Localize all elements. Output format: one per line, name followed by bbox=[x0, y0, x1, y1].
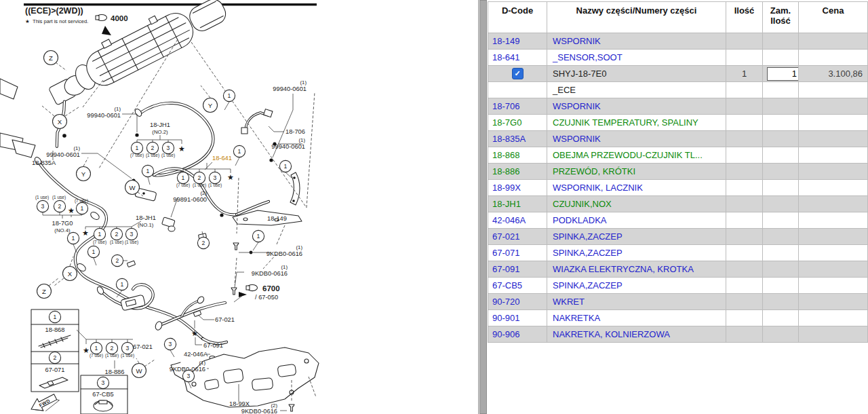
dcode-cell[interactable]: 18-JH1 bbox=[488, 196, 547, 212]
part-code-label[interactable]: 99891-0600 bbox=[173, 196, 207, 203]
callout-3: 3 bbox=[121, 342, 133, 354]
diagram-label: (7 use) bbox=[93, 240, 106, 245]
svg-text:X: X bbox=[68, 270, 73, 278]
part-code-label[interactable]: 67-CB5 bbox=[92, 391, 114, 398]
part-code-label[interactable]: 18-7G0 bbox=[52, 220, 73, 227]
dcode-cell[interactable]: 90-901 bbox=[488, 310, 547, 326]
price-cell bbox=[799, 326, 868, 343]
part-code-label[interactable]: 9KDB0-0616 bbox=[267, 250, 302, 257]
part-code-label[interactable]: 9KDB0-0616 bbox=[252, 270, 288, 277]
clamp-icon bbox=[246, 284, 258, 290]
price-cell bbox=[799, 115, 868, 131]
part-code-label[interactable]: 9KDB0-0616 bbox=[241, 408, 277, 414]
part-code-label[interactable]: 18-868 bbox=[45, 326, 65, 333]
part-code-label[interactable]: 18-JH1 bbox=[150, 121, 170, 128]
table-row: 18-706WSPORNIK bbox=[488, 98, 868, 115]
qty-cell bbox=[726, 261, 763, 278]
svg-text:3: 3 bbox=[126, 345, 130, 352]
dcode-cell[interactable]: 18-641 bbox=[488, 50, 547, 66]
part-code-label[interactable]: 67-021 bbox=[133, 343, 153, 350]
part-name-cell[interactable]: SPINKA,ZACZEP bbox=[547, 245, 726, 261]
dcode-cell[interactable]: 18-886 bbox=[488, 164, 547, 180]
part-code-label[interactable]: 67-071 bbox=[45, 366, 65, 373]
part-name-cell[interactable]: WSPORNIK bbox=[547, 98, 726, 115]
part-name-cell[interactable]: OBEJMA PRZEWODU-CZUJNIK TL... bbox=[547, 147, 726, 164]
order-qty-cell bbox=[763, 180, 799, 196]
price-cell bbox=[799, 33, 868, 50]
svg-text:3: 3 bbox=[169, 341, 172, 347]
order-qty-cell bbox=[763, 164, 799, 180]
diagram-label: (1 use) bbox=[52, 195, 66, 200]
dcode-cell[interactable]: 18-7G0 bbox=[488, 115, 547, 131]
part-code-label[interactable]: 18-886 bbox=[105, 369, 125, 375]
dcode-cell[interactable]: 90-720 bbox=[488, 294, 547, 310]
part-name-cell[interactable]: WIAZKA ELEKTRYCZNA, KROTKA bbox=[547, 261, 726, 278]
part-code-label[interactable]: 18-99X bbox=[229, 400, 250, 407]
part-code-label[interactable]: 99940-0601 bbox=[46, 151, 80, 158]
part-name-cell[interactable]: PRZEWÓD, KRÓTKI bbox=[547, 164, 726, 180]
dcode-cell[interactable]: 18-99X bbox=[488, 180, 547, 196]
qty-cell bbox=[726, 196, 763, 212]
pane-scrollbar-thumb[interactable] bbox=[479, 0, 487, 414]
order-qty-input[interactable] bbox=[767, 67, 799, 81]
part-code-label[interactable]: 6700 bbox=[262, 284, 280, 293]
part-name-cell[interactable]: CZUJNIK,NOX bbox=[547, 196, 726, 212]
price-cell bbox=[799, 278, 868, 294]
dcode-cell[interactable]: 42-046A bbox=[488, 212, 547, 229]
part-name-cell[interactable]: NAKRETKA bbox=[547, 310, 726, 326]
part-code-label[interactable]: 99940-0601 bbox=[271, 143, 305, 150]
qty-cell: 1 bbox=[726, 66, 763, 82]
part-code-label[interactable]: 42-046A bbox=[184, 351, 208, 358]
dcode-cell[interactable]: 67-091 bbox=[488, 261, 547, 278]
part-code-label[interactable]: 99940-0601 bbox=[87, 112, 121, 119]
dcode-cell[interactable]: 90-906 bbox=[488, 326, 547, 343]
table-row: 18-886PRZEWÓD, KRÓTKI bbox=[488, 164, 868, 180]
part-code-label[interactable]: 67-021 bbox=[215, 316, 235, 323]
dcode-cell[interactable]: 67-021 bbox=[488, 229, 547, 245]
dcode-cell[interactable]: 18-868 bbox=[488, 147, 547, 164]
table-row: 90-906NAKRETKA, KOLNIERZOWA bbox=[488, 326, 868, 343]
dcode-cell[interactable]: 67-CB5 bbox=[488, 278, 547, 294]
part-name-cell: SHYJ-18-7E0 bbox=[547, 66, 726, 82]
part-code-label[interactable]: 18-706 bbox=[285, 128, 305, 135]
part-name-cell[interactable]: WKRET bbox=[547, 294, 726, 310]
part-code-label[interactable]: 99940-0601 bbox=[273, 86, 307, 92]
not-serviced-star-icon: ★ bbox=[227, 173, 234, 181]
harness-pipes bbox=[39, 103, 269, 343]
callout-3: 3 bbox=[182, 370, 194, 381]
diagram-label: (1) bbox=[281, 264, 288, 270]
part-code-label[interactable]: 18-JH1 bbox=[136, 214, 156, 221]
table-row: 18-835AWSPORNIK bbox=[488, 131, 868, 147]
qty-cell bbox=[726, 229, 763, 245]
row-checkbox[interactable]: ✓ bbox=[512, 68, 524, 79]
part-name-cell[interactable]: _SENSOR,SOOT bbox=[547, 50, 726, 66]
part-code-label[interactable]: 18-641 bbox=[212, 155, 232, 162]
part-name-cell[interactable]: CZUJNIK TEMPERATURY, SPALINY bbox=[547, 115, 726, 131]
parts-table-pane: D-Code Nazwy części/Numery części Ilość … bbox=[488, 0, 868, 414]
dcode-cell[interactable]: 67-071 bbox=[488, 245, 547, 261]
part-name-cell[interactable]: PODKLADKA bbox=[547, 212, 726, 229]
part-code-label[interactable]: 67-091 bbox=[203, 342, 223, 349]
diagram-label: (1) bbox=[114, 106, 121, 112]
order-qty-cell bbox=[763, 326, 799, 343]
part-name-cell[interactable]: NAKRETKA, KOLNIERZOWA bbox=[547, 326, 726, 343]
dcode-cell[interactable]: 18-149 bbox=[488, 33, 547, 50]
part-name-cell[interactable]: SPINKA,ZACZEP bbox=[547, 278, 726, 294]
part-code-label[interactable]: 4000 bbox=[111, 14, 128, 22]
table-row: 18-641_SENSOR,SOOT bbox=[488, 50, 868, 66]
svg-text:1: 1 bbox=[95, 345, 98, 352]
part-code-label[interactable]: 18-149 bbox=[267, 215, 287, 222]
svg-text:1: 1 bbox=[182, 174, 185, 181]
part-name-cell[interactable]: SPINKA,ZACZEP bbox=[547, 229, 726, 245]
svg-text:3: 3 bbox=[130, 231, 134, 238]
part-name-cell[interactable]: WSPORNIK bbox=[547, 33, 726, 50]
dcode-cell[interactable]: 18-706 bbox=[488, 98, 547, 115]
part-code-label[interactable]: 18-835A bbox=[32, 159, 56, 166]
svg-text:3: 3 bbox=[41, 203, 45, 210]
part-name-cell[interactable]: WSPORNIK, LACZNIK bbox=[547, 180, 726, 196]
qty-cell bbox=[726, 115, 763, 131]
part-name-cell[interactable]: WSPORNIK bbox=[547, 131, 726, 147]
part-code-label[interactable]: / 67-050 bbox=[255, 294, 278, 301]
pane-scrollbar-track[interactable] bbox=[478, 0, 487, 414]
dcode-cell[interactable]: 18-835A bbox=[488, 131, 547, 147]
